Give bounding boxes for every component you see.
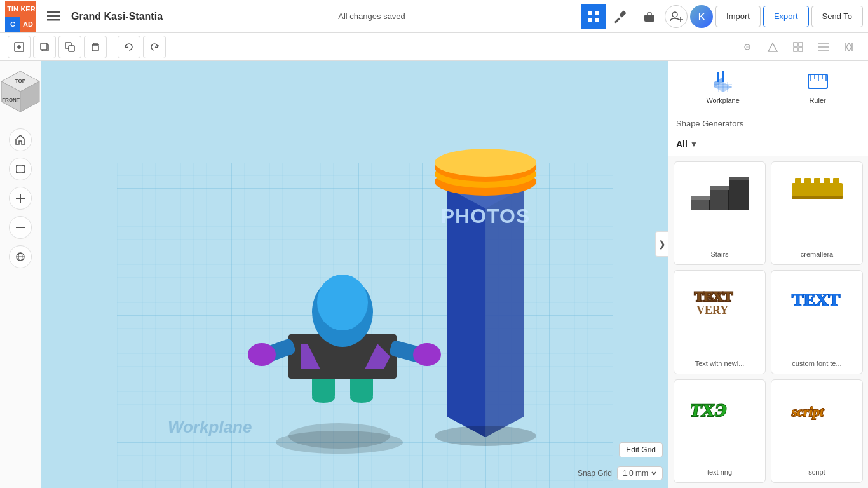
group-button[interactable] bbox=[787, 36, 810, 58]
copy-button[interactable] bbox=[33, 36, 56, 58]
zoom-out-button[interactable] bbox=[9, 216, 32, 239]
workplane-tool[interactable]: Workplane bbox=[706, 69, 739, 104]
chevron-down-icon: ▼ bbox=[690, 140, 698, 149]
topbar-right-actions: K Import Export Send To bbox=[581, 4, 863, 29]
svg-rect-5 bbox=[588, 18, 592, 22]
align-button[interactable] bbox=[812, 36, 835, 58]
cremallera-label: cremallera bbox=[801, 250, 833, 258]
svg-point-23 bbox=[746, 46, 749, 48]
stairs-label: Stairs bbox=[710, 250, 728, 258]
svg-rect-97 bbox=[814, 178, 820, 186]
svg-text:VERY: VERY bbox=[696, 304, 728, 316]
home-button[interactable] bbox=[9, 128, 32, 151]
shape-generators-header: Shape Generators bbox=[668, 112, 868, 135]
snap-value-button[interactable]: 1.0 mm bbox=[617, 466, 663, 480]
shape-card-script[interactable]: script script bbox=[771, 379, 863, 483]
perspective-button[interactable] bbox=[9, 245, 32, 268]
custom-font-preview: TEXT bbox=[789, 277, 846, 322]
svg-rect-21 bbox=[92, 45, 98, 51]
svg-text:TEXT: TEXT bbox=[792, 290, 841, 309]
shape-card-stairs[interactable]: Stairs bbox=[674, 161, 766, 265]
svg-point-11 bbox=[672, 12, 677, 17]
shape-card-cremallera[interactable]: cremallera bbox=[771, 161, 863, 265]
fit-view-button[interactable] bbox=[9, 158, 32, 180]
svg-rect-93 bbox=[728, 190, 729, 210]
svg-rect-8 bbox=[614, 17, 620, 23]
zoom-in-button[interactable] bbox=[9, 187, 32, 210]
edit-grid-button[interactable]: Edit Grid bbox=[619, 442, 663, 458]
topbar: TIN KER C AD Grand Kasi-Stantia All chan… bbox=[0, 0, 868, 33]
cremallera-preview bbox=[789, 168, 846, 213]
duplicate-button[interactable] bbox=[58, 36, 81, 58]
svg-rect-100 bbox=[792, 196, 843, 199]
workplane-icon bbox=[710, 69, 736, 94]
svg-rect-27 bbox=[799, 48, 803, 51]
light-button[interactable] bbox=[736, 36, 759, 58]
briefcase-button[interactable] bbox=[637, 4, 662, 29]
svg-rect-88 bbox=[729, 180, 749, 210]
add-user-button[interactable] bbox=[665, 5, 688, 28]
ruler-tool[interactable]: Ruler bbox=[805, 69, 831, 104]
toolbar-separator-1 bbox=[112, 38, 112, 56]
left-panel: TOP FRONT bbox=[0, 61, 41, 488]
shape-generators-filter: All ▼ bbox=[668, 135, 868, 156]
shape-generators-title: Shape Generators bbox=[676, 119, 860, 128]
text-ring-label: text ring bbox=[707, 468, 732, 476]
text-newl-label: Text with newl... bbox=[695, 360, 745, 367]
delete-button[interactable] bbox=[84, 36, 107, 58]
svg-rect-73 bbox=[717, 72, 719, 82]
svg-rect-74 bbox=[722, 71, 724, 82]
svg-rect-36 bbox=[17, 165, 24, 173]
svg-rect-91 bbox=[729, 177, 749, 180]
panel-collapse-button[interactable]: ❯ bbox=[655, 231, 668, 257]
list-icon-button[interactable] bbox=[41, 4, 66, 29]
svg-rect-90 bbox=[710, 186, 729, 190]
hammer-button[interactable] bbox=[609, 4, 634, 29]
export-button[interactable]: Export bbox=[763, 6, 809, 27]
new-button[interactable] bbox=[8, 36, 31, 58]
canvas-area[interactable]: PHOTOS Workplane Edit Grid Snap Grid 1.0… bbox=[41, 61, 668, 488]
right-tools-row: Workplane Ruler bbox=[668, 61, 868, 112]
shape-button[interactable] bbox=[761, 36, 784, 58]
ruler-icon bbox=[805, 69, 831, 94]
stairs-preview bbox=[691, 168, 749, 213]
workplane-tool-label: Workplane bbox=[706, 97, 739, 104]
svg-rect-6 bbox=[595, 18, 599, 22]
shape-filter-dropdown[interactable]: All ▼ bbox=[676, 139, 698, 149]
svg-rect-20 bbox=[69, 46, 74, 51]
svg-rect-4 bbox=[595, 11, 599, 15]
svg-rect-95 bbox=[795, 178, 801, 186]
shape-card-custom-font[interactable]: TEXT custom font te... bbox=[771, 270, 863, 374]
import-button[interactable]: Import bbox=[715, 6, 761, 27]
svg-rect-99 bbox=[833, 178, 839, 186]
script-preview: script bbox=[789, 386, 846, 431]
sendto-button[interactable]: Send To bbox=[811, 6, 863, 27]
svg-rect-98 bbox=[824, 178, 830, 186]
svg-rect-7 bbox=[619, 10, 626, 17]
svg-rect-96 bbox=[804, 178, 811, 186]
project-title: Grand Kasi-Stantia bbox=[71, 11, 163, 22]
view-cube[interactable]: TOP FRONT bbox=[0, 69, 48, 117]
svg-text:FRONT: FRONT bbox=[2, 97, 20, 103]
svg-point-55 bbox=[317, 274, 368, 330]
logo-ad: AD bbox=[20, 17, 36, 32]
svg-point-59 bbox=[413, 343, 441, 366]
script-label: script bbox=[808, 468, 825, 476]
text-ring-preview: TXЭ bbox=[691, 386, 749, 431]
ruler-tool-label: Ruler bbox=[809, 97, 825, 104]
svg-rect-10 bbox=[648, 13, 651, 15]
shape-card-text-ring[interactable]: TXЭ text ring bbox=[674, 379, 766, 483]
mirror-button[interactable] bbox=[837, 36, 860, 58]
right-panel: Workplane Ruler Shape Generator bbox=[668, 61, 868, 488]
autosave-status: All changes saved bbox=[168, 11, 576, 21]
svg-rect-1 bbox=[47, 15, 60, 17]
snap-grid-label: Snap Grid bbox=[578, 469, 612, 478]
shape-card-text-newl[interactable]: TEXT VERY Text with newl... bbox=[674, 270, 766, 374]
logo-ker: KER bbox=[20, 1, 36, 17]
grid-view-button[interactable] bbox=[581, 4, 606, 29]
redo-button[interactable] bbox=[143, 36, 166, 58]
undo-button[interactable] bbox=[118, 36, 140, 58]
user-avatar[interactable]: K bbox=[690, 5, 713, 28]
svg-rect-0 bbox=[47, 11, 60, 13]
3d-scene: PHOTOS bbox=[41, 61, 668, 488]
